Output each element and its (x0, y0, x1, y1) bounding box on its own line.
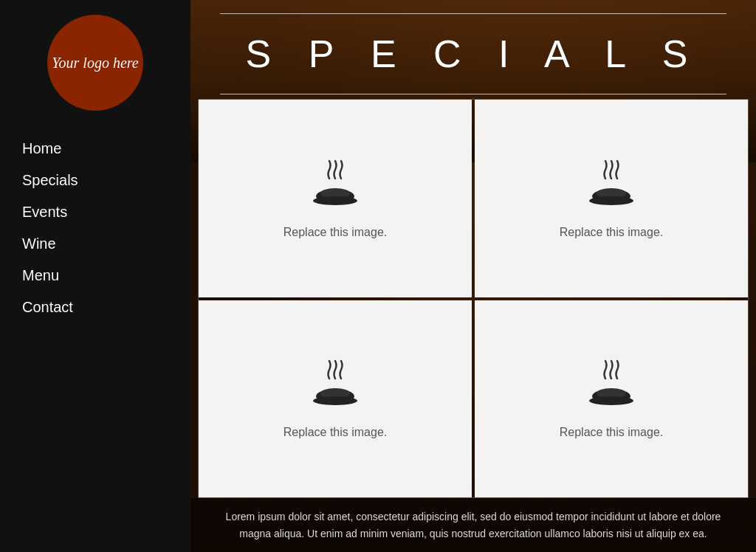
grid-cell-1: Replace this image. (199, 100, 472, 297)
sidebar-item-menu[interactable]: Menu (22, 267, 190, 284)
sidebar-link-home[interactable]: Home (22, 140, 61, 156)
sidebar-link-wine[interactable]: Wine (22, 235, 56, 252)
grid-cell-4-label: Replace this image. (560, 426, 664, 439)
sidebar-link-specials[interactable]: Specials (22, 172, 78, 188)
sidebar-link-menu[interactable]: Menu (22, 267, 59, 283)
logo-text: Your logo here (52, 52, 138, 73)
sidebar-item-specials[interactable]: Specials (22, 172, 190, 189)
grid-cell-3: Replace this image. (199, 300, 472, 498)
sidebar-item-home[interactable]: Home (22, 140, 190, 157)
svg-point-8 (313, 396, 357, 405)
sidebar-link-events[interactable]: Events (22, 204, 67, 220)
logo: Your logo here (47, 15, 143, 111)
nav-list: Home Specials Events Wine Menu Contact (0, 140, 190, 331)
header-line-top (220, 13, 726, 14)
food-icon-1 (306, 158, 365, 217)
sidebar: Your logo here Home Specials Events Wine… (0, 0, 190, 552)
footer-section: Lorem ipsum dolor sit amet, consectetur … (190, 498, 756, 552)
svg-point-11 (589, 396, 633, 405)
food-icon-4 (582, 358, 641, 417)
food-icon-3 (306, 358, 365, 417)
page-title: S P E C I A L S (220, 21, 726, 86)
grid-cell-3-label: Replace this image. (284, 426, 388, 439)
grid-cell-4: Replace this image. (475, 300, 748, 498)
footer-text: Lorem ipsum dolor sit amet, consectetur … (220, 508, 726, 542)
sidebar-item-events[interactable]: Events (22, 204, 190, 221)
grid-cell-2-label: Replace this image. (560, 226, 664, 239)
grid-cell-2: Replace this image. (475, 100, 748, 297)
header-line-bottom (220, 94, 726, 94)
specials-grid: Replace this image. Replace this image. (198, 99, 749, 498)
grid-cell-1-label: Replace this image. (284, 226, 388, 239)
svg-point-2 (313, 196, 357, 205)
sidebar-item-wine[interactable]: Wine (22, 235, 190, 252)
sidebar-item-contact[interactable]: Contact (22, 299, 190, 316)
sidebar-link-contact[interactable]: Contact (22, 299, 73, 315)
food-icon-2 (582, 158, 641, 217)
main-content: S P E C I A L S Replace this image. (190, 0, 756, 552)
header-section: S P E C I A L S (190, 0, 756, 94)
svg-point-5 (589, 196, 633, 205)
